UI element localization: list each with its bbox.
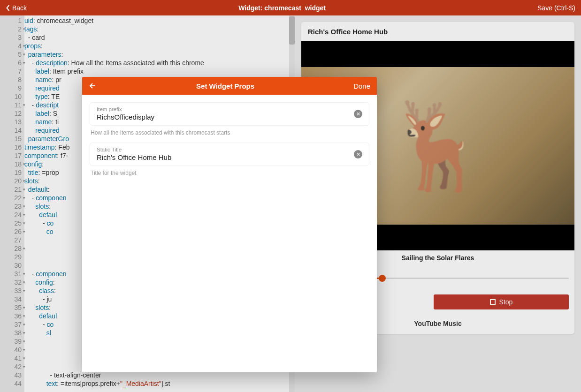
- field-label: Item prefix: [97, 106, 354, 112]
- modal-back-button[interactable]: [89, 82, 97, 90]
- modal-title: Set Widget Props: [97, 82, 353, 90]
- stop-label: Stop: [499, 298, 513, 306]
- back-button[interactable]: Back: [6, 4, 27, 12]
- field-item-prefix[interactable]: Item prefix ✕: [90, 102, 369, 126]
- stop-button[interactable]: Stop: [434, 294, 569, 309]
- page-title: Widget: chromecast_widget: [27, 4, 537, 12]
- modal-body: Item prefix ✕ How all the Items associat…: [82, 95, 377, 190]
- close-icon: ✕: [356, 111, 360, 117]
- chevron-left-icon: [6, 4, 11, 12]
- deer-illustration: 🦌: [385, 97, 491, 196]
- clear-button[interactable]: ✕: [354, 110, 362, 118]
- field-help: Title for the widget: [90, 169, 369, 183]
- set-widget-props-modal: Set Widget Props Done Item prefix ✕ How …: [82, 77, 377, 372]
- arrow-left-icon: [89, 82, 97, 90]
- close-icon: ✕: [356, 151, 360, 158]
- stop-icon: [490, 299, 496, 305]
- back-label: Back: [12, 4, 27, 12]
- field-help: How all the Items associated with this c…: [90, 128, 369, 143]
- modal-header: Set Widget Props Done: [82, 77, 377, 95]
- app-header: Back Widget: chromecast_widget Save (Ctr…: [0, 0, 581, 15]
- widget-title: Rich's Office Home Hub: [301, 22, 574, 41]
- field-static-title[interactable]: Static Title ✕: [90, 143, 369, 166]
- save-button[interactable]: Save (Ctrl-S): [537, 4, 575, 12]
- field-label: Static Title: [97, 147, 354, 152]
- clear-button[interactable]: ✕: [354, 150, 362, 158]
- slider-track: [361, 278, 569, 279]
- modal-done-button[interactable]: Done: [353, 82, 370, 90]
- static-title-input[interactable]: [97, 153, 354, 161]
- slider-thumb[interactable]: [379, 275, 386, 282]
- volume-slider[interactable]: [361, 275, 569, 279]
- line-gutter: 1234567891011121314151617181920212223242…: [0, 15, 24, 392]
- scrollbar-thumb[interactable]: [289, 16, 295, 45]
- item-prefix-input[interactable]: [97, 113, 354, 121]
